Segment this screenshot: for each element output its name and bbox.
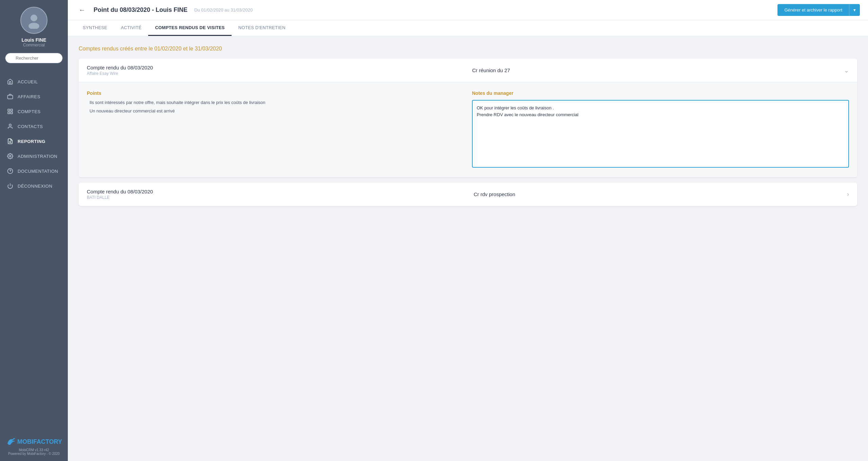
tab-notes-entretien[interactable]: NOTES D'ENTRETIEN	[232, 20, 292, 36]
grid-icon	[7, 108, 14, 115]
generate-button[interactable]: Générer et archiver le rapport	[777, 4, 849, 16]
user-role: Commercial	[23, 43, 45, 47]
circle-question-icon	[7, 168, 14, 174]
briefcase-icon	[7, 93, 14, 100]
sidebar: Louis FINE Commercial 🔍 ACCUEIL AFFAIRES…	[0, 0, 68, 461]
page-title: Point du 08/03/2020 - Louis FINE	[94, 6, 188, 14]
home-icon	[7, 78, 14, 85]
generate-dropdown-button[interactable]: ▾	[849, 4, 860, 16]
card-2-header[interactable]: Compte rendu du 08/03/2020 BATI DALLE Cr…	[79, 183, 857, 206]
card-2-info: Compte rendu du 08/03/2020 BATI DALLE	[87, 189, 460, 200]
svg-point-0	[31, 15, 37, 21]
powered-text: Powered by MobiFactory - © 2020	[6, 452, 62, 456]
tab-synthese[interactable]: SYNTHESE	[76, 20, 114, 36]
content-area: Comptes rendus créés entre le 01/02/2020…	[68, 36, 868, 461]
sidebar-item-contacts[interactable]: CONTACTS	[0, 119, 68, 134]
svg-rect-3	[8, 109, 9, 111]
sidebar-item-deconnexion[interactable]: DÉCONNEXION	[0, 179, 68, 193]
sidebar-item-label-affaires: AFFAIRES	[18, 94, 40, 99]
card-2-date: Compte rendu du 08/03/2020	[87, 189, 460, 194]
user-name: Louis FINE	[21, 37, 46, 43]
version-text: MobiCRM v1.33 r42	[6, 448, 62, 452]
sidebar-item-administration[interactable]: ADMINISTRATION	[0, 149, 68, 164]
svg-rect-6	[11, 112, 13, 114]
sidebar-item-label-documentation: DOCUMENTATION	[18, 169, 58, 174]
card-1-chevron-down-icon: ⌄	[844, 67, 849, 74]
sidebar-item-reporting[interactable]: REPORTING	[0, 134, 68, 149]
card-1-header[interactable]: Compte rendu du 08/03/2020 Affaire Esay …	[79, 59, 857, 82]
card-1-subtitle: Affaire Esay Wire	[87, 71, 459, 76]
point-item-1: Ils sont intéressés par notre offre, mai…	[87, 100, 464, 105]
sidebar-item-label-accueil: ACCUEIL	[18, 79, 38, 84]
back-button[interactable]: ←	[76, 5, 88, 15]
sidebar-item-label-contacts: CONTACTS	[18, 124, 43, 129]
card-1-date: Compte rendu du 08/03/2020	[87, 65, 459, 70]
sidebar-item-label-administration: ADMINISTRATION	[18, 154, 57, 159]
card-1-points-section: Points Ils sont intéressés par notre off…	[87, 90, 464, 169]
card-1-notes-section: Notes du manager	[472, 90, 849, 169]
card-1-label: Cr réunion du 27	[459, 67, 844, 73]
svg-rect-2	[8, 95, 13, 99]
person-icon	[7, 123, 14, 130]
svg-point-7	[9, 124, 11, 126]
header: ← Point du 08/03/2020 - Louis FINE Du 01…	[68, 0, 868, 20]
gear-icon	[7, 153, 14, 160]
svg-point-1	[28, 23, 39, 29]
card-2-chevron-right-icon: ›	[847, 191, 849, 198]
file-icon	[7, 138, 14, 145]
card-2: Compte rendu du 08/03/2020 BATI DALLE Cr…	[79, 183, 857, 206]
sidebar-item-comptes[interactable]: COMPTES	[0, 104, 68, 119]
card-2-subtitle: BATI DALLE	[87, 195, 460, 200]
svg-point-10	[9, 155, 11, 157]
power-icon	[7, 183, 14, 189]
card-2-label: Cr rdv prospection	[460, 191, 847, 197]
sidebar-footer: MOBIFACTORY MobiCRM v1.33 r42 Powered by…	[0, 431, 67, 461]
nav-container: ACCUEIL AFFAIRES COMPTES CONTACTS REPORT…	[0, 74, 68, 193]
sidebar-item-label-reporting: REPORTING	[18, 139, 45, 144]
svg-rect-4	[11, 109, 13, 111]
main-content: ← Point du 08/03/2020 - Louis FINE Du 01…	[68, 0, 868, 461]
sidebar-item-label-comptes: COMPTES	[18, 109, 41, 114]
card-1-body: Points Ils sont intéressés par notre off…	[79, 82, 857, 177]
notes-textarea[interactable]	[472, 100, 849, 168]
point-item-2: Un nouveau directeur commercial est arri…	[87, 108, 464, 113]
svg-rect-5	[8, 112, 9, 114]
logo: MOBIFACTORY	[6, 437, 62, 447]
sidebar-item-label-deconnexion: DÉCONNEXION	[18, 184, 52, 189]
tabs-bar: SYNTHESE ACTIVITÉ COMPTES RENDUS DE VISI…	[68, 20, 868, 36]
sidebar-item-accueil[interactable]: ACCUEIL	[0, 74, 68, 89]
sidebar-item-documentation[interactable]: DOCUMENTATION	[0, 164, 68, 179]
points-label: Points	[87, 90, 464, 96]
notes-label: Notes du manager	[472, 90, 849, 96]
card-1-info: Compte rendu du 08/03/2020 Affaire Esay …	[87, 65, 459, 76]
card-1: Compte rendu du 08/03/2020 Affaire Esay …	[79, 59, 857, 177]
search-wrapper: 🔍	[5, 53, 63, 69]
tab-comptes-rendus[interactable]: COMPTES RENDUS DE VISITES	[148, 20, 231, 36]
section-title: Comptes rendus créés entre le 01/02/2020…	[79, 46, 857, 52]
date-range: Du 01/02/2020 au 31/03/2020	[194, 7, 253, 13]
tab-activite[interactable]: ACTIVITÉ	[114, 20, 148, 36]
avatar	[20, 7, 47, 34]
search-input[interactable]	[5, 53, 63, 63]
header-actions: Générer et archiver le rapport ▾	[777, 4, 860, 16]
logo-text: MOBIFACTORY	[17, 438, 62, 445]
sidebar-item-affaires[interactable]: AFFAIRES	[0, 89, 68, 104]
